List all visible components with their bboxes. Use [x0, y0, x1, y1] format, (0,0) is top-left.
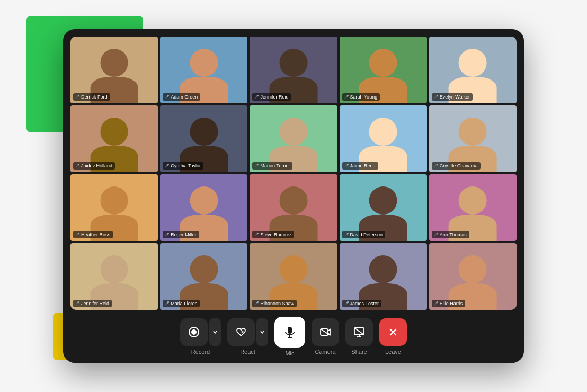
participant-cell: 🎤Adam Green — [160, 37, 247, 103]
camera-label: Camera — [315, 349, 335, 355]
record-chevron-button[interactable] — [209, 318, 221, 346]
participant-name-badge: 🎤Jennifer Reid — [73, 300, 112, 307]
participant-name-badge: 🎤Crysttle Chavarria — [432, 162, 481, 170]
participant-cell: 🎤Crysttle Chavarria — [429, 105, 517, 172]
participant-name-badge: 🎤Jaime Reed — [342, 162, 378, 170]
participant-cell: 🎤Jennifer Reid — [70, 243, 158, 310]
share-label: Share — [351, 349, 367, 355]
leave-group: Leave — [379, 318, 407, 355]
camera-group: Camera — [312, 318, 339, 355]
participant-name-badge: 🎤Jennifer Reid — [252, 93, 291, 101]
video-grid: 🎤Derrick Ford🎤Adam Green🎤Jennifer Reid🎤S… — [70, 37, 517, 310]
participant-name-badge: 🎤Ann Thomas — [432, 231, 469, 238]
participant-cell: 🎤Jaime Reed — [340, 105, 427, 172]
participant-cell: 🎤Sarah Young — [340, 37, 427, 103]
participant-name-badge: 🎤David Peterson — [342, 231, 386, 238]
participant-cell: 🎤Marion Turner — [250, 105, 337, 172]
participant-cell: 🎤Ellie Harris — [429, 243, 517, 310]
record-label: Record — [191, 349, 210, 355]
react-label: React — [240, 349, 255, 355]
participant-name-badge: 🎤Marion Turner — [252, 162, 292, 170]
camera-button[interactable] — [312, 318, 339, 346]
participant-cell: 🎤Ann Thomas — [429, 174, 517, 241]
participant-cell: 🎤Jaidev Holland — [70, 105, 158, 172]
participant-name-badge: 🎤Sarah Young — [342, 93, 380, 101]
participant-name-badge: 🎤Ellie Harris — [432, 300, 466, 307]
participant-name-badge: 🎤Adam Green — [163, 93, 200, 101]
participant-cell: 🎤Maria Flores — [160, 243, 247, 310]
participant-cell: 🎤Evelyn Walker — [429, 37, 517, 103]
participant-cell: 🎤Heather Ross — [70, 174, 158, 241]
participant-name-badge: 🎤Evelyn Walker — [432, 93, 473, 101]
participant-cell: 🎤Jennifer Reid — [250, 37, 337, 103]
mic-label: Mic — [285, 350, 294, 357]
participant-cell: 🎤David Peterson — [340, 174, 427, 241]
participant-cell: 🎤Rihannon Shaw — [250, 243, 337, 310]
participant-name-badge: 🎤Heather Ross — [73, 231, 113, 238]
react-group: React — [227, 318, 268, 355]
participant-cell: 🎤Derrick Ford — [70, 37, 158, 103]
record-button[interactable] — [180, 318, 208, 346]
share-button[interactable] — [345, 318, 373, 346]
participant-name-badge: 🎤Cynthia Taylor — [163, 162, 203, 170]
svg-point-1 — [191, 329, 197, 335]
participant-name-badge: 🎤Jaidev Holland — [73, 162, 115, 170]
leave-button[interactable] — [379, 318, 407, 346]
participant-name-badge: 🎤Rihannon Shaw — [252, 300, 297, 307]
participant-cell: 🎤James Foster — [340, 243, 427, 310]
mic-group: Mic — [274, 317, 305, 357]
record-group: Record — [180, 318, 221, 355]
react-chevron-button[interactable] — [256, 318, 268, 346]
svg-line-6 — [321, 329, 330, 335]
react-button[interactable] — [227, 318, 255, 346]
participant-name-badge: 🎤Roger Miller — [163, 231, 199, 238]
participant-cell: 🎤Cynthia Taylor — [160, 105, 247, 172]
svg-line-8 — [354, 328, 364, 335]
leave-label: Leave — [385, 349, 401, 355]
participant-name-badge: 🎤Maria Flores — [163, 300, 200, 307]
share-group: Share — [345, 318, 373, 355]
participant-name-badge: 🎤Derrick Ford — [73, 93, 110, 101]
svg-rect-2 — [288, 327, 292, 334]
participant-cell: 🎤Steve Ramirez — [250, 174, 337, 241]
device-frame: 🎤Derrick Ford🎤Adam Green🎤Jennifer Reid🎤S… — [63, 29, 524, 363]
participant-name-badge: 🎤Steve Ramirez — [252, 231, 294, 238]
toolbar: Record React — [70, 310, 517, 363]
mic-button[interactable] — [274, 317, 305, 348]
participant-name-badge: 🎤James Foster — [342, 300, 382, 307]
participant-cell: 🎤Roger Miller — [160, 174, 247, 241]
